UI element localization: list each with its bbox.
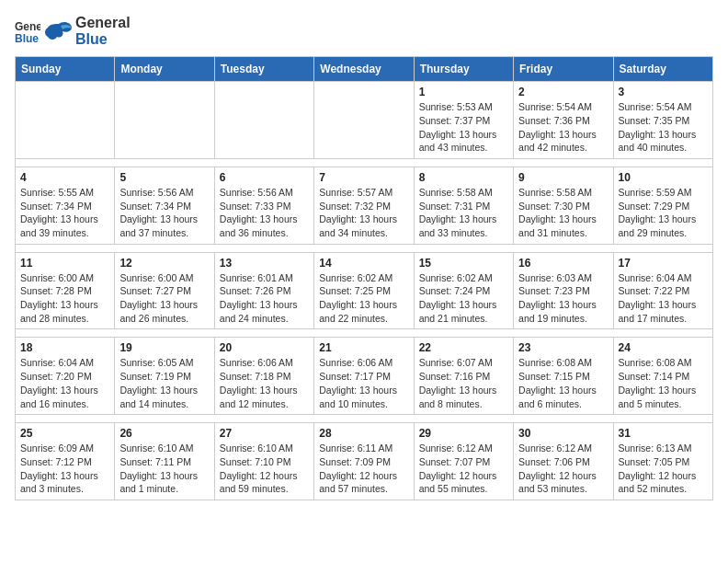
day-number: 20 [220, 341, 309, 354]
day-info: Sunrise: 6:08 AM Sunset: 7:14 PM Dayligh… [619, 356, 708, 410]
day-header-wednesday: Wednesday [314, 57, 414, 82]
calendar-cell: 31Sunrise: 6:13 AM Sunset: 7:05 PM Dayli… [613, 423, 712, 500]
day-number: 13 [220, 257, 309, 270]
day-info: Sunrise: 6:00 AM Sunset: 7:27 PM Dayligh… [119, 271, 209, 326]
day-info: Sunrise: 5:54 AM Sunset: 7:35 PM Dayligh… [619, 100, 708, 155]
calendar-week-3: 11Sunrise: 6:00 AM Sunset: 7:28 PM Dayli… [16, 252, 713, 329]
day-number: 30 [518, 427, 608, 440]
calendar-cell: 29Sunrise: 6:12 AM Sunset: 7:07 PM Dayli… [414, 423, 513, 500]
spacer-row [16, 329, 713, 338]
day-number: 10 [619, 171, 708, 184]
day-info: Sunrise: 6:06 AM Sunset: 7:17 PM Dayligh… [319, 356, 408, 410]
calendar-week-5: 25Sunrise: 6:09 AM Sunset: 7:12 PM Dayli… [16, 423, 713, 500]
calendar-cell: 9Sunrise: 5:58 AM Sunset: 7:30 PM Daylig… [514, 167, 613, 244]
day-number: 1 [419, 86, 508, 98]
calendar-cell: 5Sunrise: 5:56 AM Sunset: 7:34 PM Daylig… [115, 167, 214, 244]
calendar-cell: 27Sunrise: 6:10 AM Sunset: 7:10 PM Dayli… [214, 423, 313, 500]
calendar-cell: 4Sunrise: 5:55 AM Sunset: 7:34 PM Daylig… [16, 167, 115, 244]
calendar-cell [214, 82, 313, 159]
day-number: 23 [518, 341, 608, 354]
day-info: Sunrise: 6:12 AM Sunset: 7:07 PM Dayligh… [419, 442, 508, 496]
day-info: Sunrise: 5:55 AM Sunset: 7:34 PM Dayligh… [20, 186, 109, 240]
day-number: 8 [419, 171, 508, 184]
logo: General Blue General Blue [15, 15, 131, 47]
day-info: Sunrise: 6:04 AM Sunset: 7:22 PM Dayligh… [619, 271, 708, 326]
day-number: 24 [619, 341, 708, 354]
calendar-cell: 12Sunrise: 6:00 AM Sunset: 7:27 PM Dayli… [115, 252, 214, 329]
calendar-cell [314, 82, 414, 159]
calendar-header-row: SundayMondayTuesdayWednesdayThursdayFrid… [16, 57, 713, 82]
calendar-cell: 20Sunrise: 6:06 AM Sunset: 7:18 PM Dayli… [214, 338, 313, 415]
day-header-monday: Monday [115, 57, 214, 82]
day-header-saturday: Saturday [613, 57, 712, 82]
day-info: Sunrise: 5:56 AM Sunset: 7:34 PM Dayligh… [119, 186, 209, 240]
day-info: Sunrise: 5:59 AM Sunset: 7:29 PM Dayligh… [619, 186, 708, 240]
day-number: 22 [419, 341, 508, 354]
calendar-cell: 2Sunrise: 5:54 AM Sunset: 7:36 PM Daylig… [514, 82, 613, 159]
day-number: 2 [518, 86, 608, 98]
calendar-cell: 19Sunrise: 6:05 AM Sunset: 7:19 PM Dayli… [115, 338, 214, 415]
calendar-cell: 13Sunrise: 6:01 AM Sunset: 7:26 PM Dayli… [214, 252, 313, 329]
calendar-cell: 6Sunrise: 5:56 AM Sunset: 7:33 PM Daylig… [214, 167, 313, 244]
calendar-table: SundayMondayTuesdayWednesdayThursdayFrid… [15, 56, 713, 500]
day-header-friday: Friday [514, 57, 613, 82]
calendar-cell: 15Sunrise: 6:02 AM Sunset: 7:24 PM Dayli… [414, 252, 513, 329]
day-info: Sunrise: 6:08 AM Sunset: 7:15 PM Dayligh… [518, 356, 608, 410]
calendar-cell: 7Sunrise: 5:57 AM Sunset: 7:32 PM Daylig… [314, 167, 414, 244]
calendar-cell: 16Sunrise: 6:03 AM Sunset: 7:23 PM Dayli… [514, 252, 613, 329]
day-info: Sunrise: 6:01 AM Sunset: 7:26 PM Dayligh… [220, 271, 309, 326]
day-number: 5 [119, 171, 209, 184]
calendar-week-2: 4Sunrise: 5:55 AM Sunset: 7:34 PM Daylig… [16, 167, 713, 244]
day-number: 12 [119, 257, 209, 270]
logo-icon: General Blue [15, 18, 40, 44]
day-info: Sunrise: 5:53 AM Sunset: 7:37 PM Dayligh… [419, 100, 508, 155]
day-number: 27 [220, 427, 309, 440]
day-info: Sunrise: 6:10 AM Sunset: 7:11 PM Dayligh… [119, 442, 209, 496]
day-info: Sunrise: 6:07 AM Sunset: 7:16 PM Dayligh… [419, 356, 508, 410]
day-header-sunday: Sunday [16, 57, 115, 82]
calendar-cell: 10Sunrise: 5:59 AM Sunset: 7:29 PM Dayli… [613, 167, 712, 244]
calendar-cell: 25Sunrise: 6:09 AM Sunset: 7:12 PM Dayli… [16, 423, 115, 500]
calendar-week-4: 18Sunrise: 6:04 AM Sunset: 7:20 PM Dayli… [16, 338, 713, 415]
logo-blue-text: Blue [75, 31, 131, 48]
day-number: 7 [319, 171, 408, 184]
calendar-cell: 3Sunrise: 5:54 AM Sunset: 7:35 PM Daylig… [613, 82, 712, 159]
day-info: Sunrise: 6:06 AM Sunset: 7:18 PM Dayligh… [220, 356, 309, 410]
day-number: 17 [619, 257, 708, 270]
calendar-cell: 28Sunrise: 6:11 AM Sunset: 7:09 PM Dayli… [314, 423, 414, 500]
day-header-thursday: Thursday [414, 57, 513, 82]
calendar-cell: 21Sunrise: 6:06 AM Sunset: 7:17 PM Dayli… [314, 338, 414, 415]
day-info: Sunrise: 5:58 AM Sunset: 7:31 PM Dayligh… [419, 186, 508, 240]
day-number: 26 [119, 427, 209, 440]
day-number: 11 [20, 257, 109, 270]
calendar-cell: 23Sunrise: 6:08 AM Sunset: 7:15 PM Dayli… [514, 338, 613, 415]
calendar-cell [115, 82, 214, 159]
calendar-cell [16, 82, 115, 159]
calendar-cell: 8Sunrise: 5:58 AM Sunset: 7:31 PM Daylig… [414, 167, 513, 244]
day-number: 18 [20, 341, 109, 354]
day-number: 28 [319, 427, 408, 440]
spacer-row [16, 158, 713, 167]
day-info: Sunrise: 6:03 AM Sunset: 7:23 PM Dayligh… [518, 271, 608, 326]
day-number: 9 [518, 171, 608, 184]
day-info: Sunrise: 6:02 AM Sunset: 7:25 PM Dayligh… [319, 271, 408, 326]
calendar-cell: 30Sunrise: 6:12 AM Sunset: 7:06 PM Dayli… [514, 423, 613, 500]
day-number: 25 [20, 427, 109, 440]
day-info: Sunrise: 5:57 AM Sunset: 7:32 PM Dayligh… [319, 186, 408, 240]
calendar-cell: 26Sunrise: 6:10 AM Sunset: 7:11 PM Dayli… [115, 423, 214, 500]
day-info: Sunrise: 6:00 AM Sunset: 7:28 PM Dayligh… [20, 271, 109, 326]
day-info: Sunrise: 5:58 AM Sunset: 7:30 PM Dayligh… [518, 186, 608, 240]
spacer-row [16, 244, 713, 252]
day-info: Sunrise: 6:10 AM Sunset: 7:10 PM Dayligh… [220, 442, 309, 496]
day-number: 29 [419, 427, 508, 440]
day-number: 19 [119, 341, 209, 354]
svg-text:General: General [15, 20, 40, 33]
calendar-cell: 17Sunrise: 6:04 AM Sunset: 7:22 PM Dayli… [613, 252, 712, 329]
day-number: 31 [619, 427, 708, 440]
calendar-cell: 11Sunrise: 6:00 AM Sunset: 7:28 PM Dayli… [16, 252, 115, 329]
calendar-cell: 24Sunrise: 6:08 AM Sunset: 7:14 PM Dayli… [613, 338, 712, 415]
page-header: General Blue General Blue [15, 15, 713, 47]
svg-text:Blue: Blue [15, 32, 39, 44]
day-number: 16 [518, 257, 608, 270]
day-info: Sunrise: 6:02 AM Sunset: 7:24 PM Dayligh… [419, 271, 508, 326]
